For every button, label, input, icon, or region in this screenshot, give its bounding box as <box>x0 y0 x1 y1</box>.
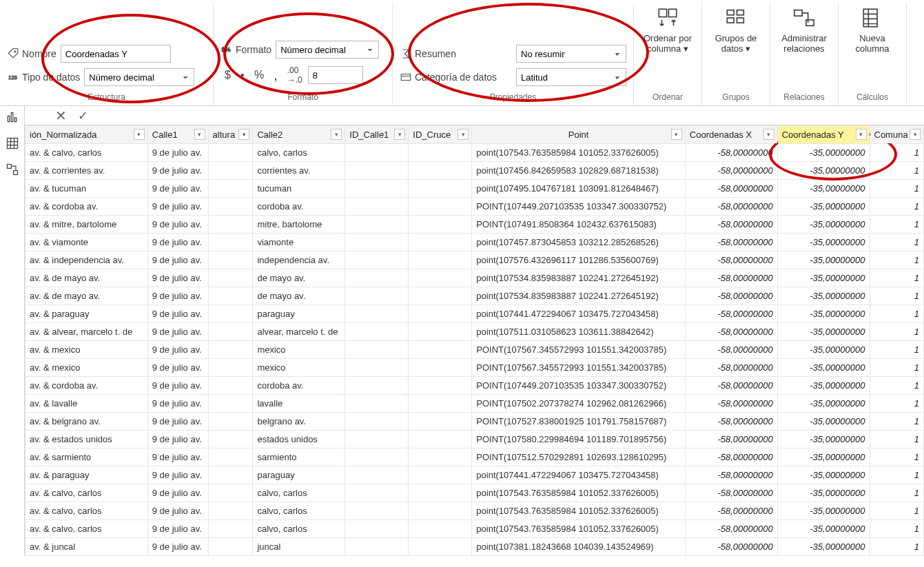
cell-coordx: -58,00000000 <box>685 395 777 413</box>
table-row[interactable]: av. & calvo, carlos9 de julio av.calvo, … <box>25 502 924 520</box>
cell-altura <box>208 395 253 413</box>
thousands-button[interactable]: , <box>269 66 282 85</box>
cell-altura <box>208 449 253 466</box>
col-header-norm[interactable]: ión_Normalizada▾ <box>25 126 148 144</box>
table-row[interactable]: av. & de mayo av.9 de julio av.de mayo a… <box>25 269 924 287</box>
cell-comuna: 1 <box>870 269 924 287</box>
table-row[interactable]: av. & cordoba av.9 de julio av.cordoba a… <box>25 377 924 395</box>
table-row[interactable]: av. & paraguay9 de julio av.paraguaypoin… <box>25 305 924 323</box>
cell-norm: av. & belgrano av. <box>25 413 148 431</box>
col-header-altura[interactable]: altura▾ <box>208 126 253 144</box>
filter-icon[interactable]: ▾ <box>458 129 469 140</box>
col-header-coordy[interactable]: Coordenadas Y▾ <box>777 126 870 144</box>
table-row[interactable]: av. & sarmiento9 de julio av.sarmientoPO… <box>25 449 924 466</box>
datatype-icon: 123 <box>7 71 19 83</box>
cell-idcalle1 <box>345 520 409 538</box>
filter-icon[interactable]: ▾ <box>763 129 774 140</box>
cancel-formula-button[interactable]: ✕ <box>55 107 67 124</box>
table-row[interactable]: av. & tucuman9 de julio av.tucumanpoint(… <box>25 180 924 198</box>
cell-norm: av. & viamonte <box>25 234 148 251</box>
manage-relationships-button[interactable]: Administrar relaciones <box>777 3 831 79</box>
cell-calle1: 9 de julio av. <box>147 251 208 269</box>
cell-comuna: 1 <box>870 377 924 395</box>
cell-comuna: 1 <box>870 216 924 234</box>
cell-norm: av. & corrientes av. <box>25 162 148 180</box>
datatype-select[interactable]: Número decimal <box>84 68 194 86</box>
report-view-icon[interactable] <box>6 110 19 124</box>
col-header-point[interactable]: Point▾ <box>472 126 686 144</box>
col-header-comuna[interactable]: Comuna▾ <box>870 126 924 144</box>
table-row[interactable]: av. & calvo, carlos9 de julio av.calvo, … <box>25 520 924 538</box>
col-header-calle2[interactable]: Calle2▾ <box>253 126 345 144</box>
table-row[interactable]: av. & de mayo av.9 de julio av.de mayo a… <box>25 287 924 305</box>
cell-comuna: 1 <box>870 502 924 520</box>
category-select[interactable]: Latitud <box>516 68 626 86</box>
new-column-button[interactable]: Nueva columna <box>845 3 899 79</box>
model-view-icon[interactable] <box>6 163 19 176</box>
table-row[interactable]: av. & juncal9 de julio av.juncalpoint(10… <box>25 538 924 556</box>
ribbon-group-relations: Administrar relaciones Relaciones <box>770 3 839 105</box>
svg-text:123: 123 <box>8 74 17 81</box>
table-row[interactable]: av. & belgrano av.9 de julio av.belgrano… <box>25 413 924 431</box>
format-select[interactable]: Número decimal <box>276 41 379 59</box>
cell-comuna: 1 <box>870 520 924 538</box>
cell-idcruce <box>409 449 472 466</box>
filter-icon[interactable]: ▾ <box>134 129 145 140</box>
data-groups-button[interactable]: Grupos de datos ▾ <box>709 3 763 79</box>
precision-input[interactable] <box>308 66 363 84</box>
cell-calle2: paraguay <box>253 466 345 484</box>
table-row[interactable]: av. & cordoba av.9 de julio av.cordoba a… <box>25 198 924 216</box>
cell-norm: av. & calvo, carlos <box>25 484 148 502</box>
col-header-calle1[interactable]: Calle1▾ <box>147 126 208 144</box>
cell-coordx: -58,00000000 <box>685 234 777 251</box>
col-header-idcalle1[interactable]: ID_Calle1▾ <box>345 126 409 144</box>
currency-dropdown[interactable]: ▾ <box>236 70 249 81</box>
cell-altura <box>208 377 253 395</box>
data-view-icon[interactable] <box>6 136 19 150</box>
table-row[interactable]: av. & calvo, carlos9 de julio av.calvo, … <box>25 144 924 162</box>
summary-select[interactable]: No resumir <box>516 45 626 63</box>
cell-coordx: -58,00000000 <box>685 269 777 287</box>
table-row[interactable]: av. & independencia av.9 de julio av.ind… <box>25 251 924 269</box>
filter-icon[interactable]: ▾ <box>394 129 405 140</box>
cell-idcalle1 <box>345 449 409 466</box>
cell-coordy: -35,00000000 <box>777 449 870 466</box>
cell-altura <box>208 216 253 234</box>
filter-icon[interactable]: ▾ <box>238 129 249 140</box>
col-header-idcruce[interactable]: ID_Cruce▾ <box>409 126 472 144</box>
filter-icon[interactable]: ▾ <box>331 129 342 140</box>
cell-calle1: 9 de julio av. <box>147 234 208 251</box>
currency-button[interactable]: $ <box>220 68 235 83</box>
table-row[interactable]: av. & estados unidos9 de julio av.estado… <box>25 431 924 449</box>
cell-calle1: 9 de julio av. <box>147 377 208 395</box>
table-row[interactable]: av. & mitre, bartolome9 de julio av.mitr… <box>25 216 924 234</box>
commit-formula-button[interactable]: ✓ <box>78 108 88 123</box>
table-row[interactable]: av. & alvear, marcelo t. de9 de julio av… <box>25 323 924 341</box>
field-name-input[interactable] <box>61 45 171 63</box>
table-row[interactable]: av. & mexico9 de julio av.mexicoPOINT(10… <box>25 359 924 377</box>
col-header-coordx[interactable]: Coordenadas X▾ <box>685 126 777 144</box>
table-row[interactable]: av. & mexico9 de julio av.mexicoPOINT(10… <box>25 341 924 359</box>
filter-icon[interactable]: ▾ <box>910 129 921 140</box>
filter-icon[interactable]: ▾ <box>856 129 867 140</box>
table-row[interactable]: av. & lavalle9 de julio av.lavallePOINT(… <box>25 395 924 413</box>
table-row[interactable]: av. & corrientes av.9 de julio av.corrie… <box>25 162 924 180</box>
table-row[interactable]: av. & viamonte9 de julio av.viamontepoin… <box>25 234 924 251</box>
groups-icon <box>724 6 748 30</box>
table-row[interactable]: av. & calvo, carlos9 de julio av.calvo, … <box>25 484 924 502</box>
cell-calle1: 9 de julio av. <box>147 216 208 234</box>
sort-by-column-button[interactable]: Ordenar por columna ▾ <box>641 3 695 79</box>
svg-rect-14 <box>11 112 12 121</box>
filter-icon[interactable]: ▾ <box>194 129 205 140</box>
group-label-relations: Relaciones <box>777 90 831 104</box>
cell-altura <box>208 466 253 484</box>
summary-label: Resumen <box>400 48 456 60</box>
filter-icon[interactable]: ▾ <box>671 129 682 140</box>
cell-comuna: 1 <box>870 466 924 484</box>
cell-coordy: -35,00000000 <box>777 538 870 556</box>
cell-calle1: 9 de julio av. <box>147 162 208 180</box>
table-row[interactable]: av. & paraguay9 de julio av.paraguaypoin… <box>25 466 924 484</box>
decimals-button[interactable]: .00→.0 <box>283 64 307 86</box>
percent-button[interactable]: % <box>250 68 268 83</box>
cell-altura <box>208 251 253 269</box>
